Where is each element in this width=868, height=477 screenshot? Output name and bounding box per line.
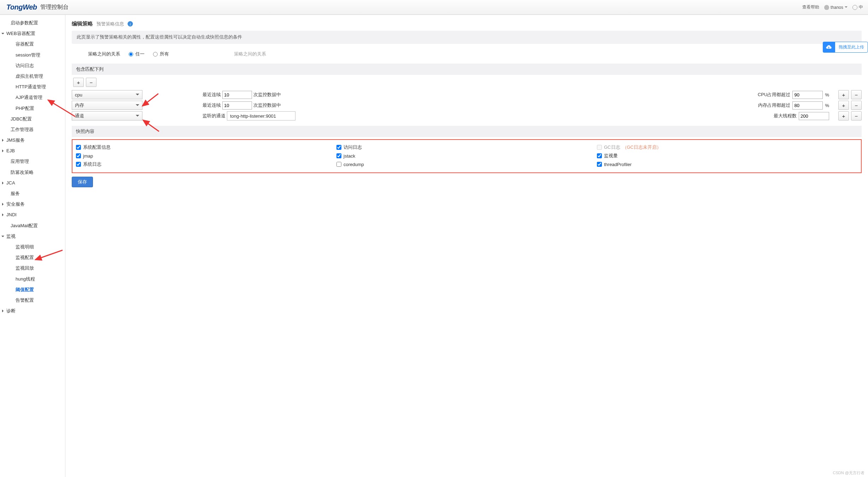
count-input[interactable] xyxy=(222,101,252,110)
sidebar-item[interactable]: 服务 xyxy=(0,188,65,199)
user-menu[interactable]: thanos xyxy=(824,5,848,10)
chevron-down-icon xyxy=(136,115,139,118)
rule-type-select[interactable]: cpu xyxy=(72,90,142,99)
info-icon[interactable]: i xyxy=(128,21,133,26)
sidebar-item[interactable]: WEB容器配置 xyxy=(0,28,65,39)
relation-radio-all[interactable] xyxy=(153,52,158,57)
snapshot-option[interactable]: 监视量 xyxy=(597,153,857,159)
globe-icon xyxy=(852,5,857,10)
upload-label: 拖拽至此上传 xyxy=(835,42,868,53)
remove-button[interactable]: − xyxy=(851,101,862,110)
save-button[interactable]: 保存 xyxy=(72,177,93,187)
sidebar-item[interactable]: 容器配置 xyxy=(0,39,65,49)
add-button[interactable]: + xyxy=(838,90,849,99)
snapshot-checkbox[interactable] xyxy=(597,162,602,167)
sidebar-item[interactable]: JMS服务 xyxy=(0,135,65,146)
sidebar-item[interactable]: 阈值配置 xyxy=(0,284,65,295)
sidebar-item[interactable]: 监视明细 xyxy=(0,242,65,252)
relation-row: 策略之间的关系 任一 所有 策略之间的关系 xyxy=(88,51,868,57)
relation-radio-any[interactable] xyxy=(129,52,133,57)
rule-mid: 最近连续次监控数据中 xyxy=(203,91,281,99)
snapshot-grid: 系统配置信息访问日志GC日志（GC日志未开启）jmapjstack监视量系统日志… xyxy=(72,139,862,173)
snapshot-checkbox[interactable] xyxy=(336,153,341,158)
rule-threshold: 最大线程数+− xyxy=(774,111,862,120)
sidebar-item[interactable]: 防篡改策略 xyxy=(0,167,65,178)
chevron-down-icon xyxy=(136,94,139,97)
sidebar-item[interactable]: 工作管理器 xyxy=(0,124,65,135)
sidebar-item[interactable]: 启动参数配置 xyxy=(0,18,65,28)
snapshot-option: GC日志（GC日志未开启） xyxy=(597,144,857,151)
sidebar-item[interactable]: 应用管理 xyxy=(0,156,65,167)
sidebar-item[interactable]: 访问日志 xyxy=(0,60,65,71)
snapshot-checkbox[interactable] xyxy=(76,145,81,150)
rule-type-select[interactable]: 通道 xyxy=(72,111,142,120)
relation-any[interactable]: 任一 xyxy=(129,51,145,57)
threshold-input[interactable] xyxy=(792,91,823,99)
cloud-upload-icon xyxy=(823,42,835,53)
snapshot-option[interactable]: jmap xyxy=(76,153,336,159)
threshold-input[interactable] xyxy=(792,101,823,110)
sidebar-item[interactable]: JNDI xyxy=(0,210,65,220)
rule-threshold: 内存占用都超过%+− xyxy=(758,101,862,110)
snapshot-checkbox[interactable] xyxy=(597,153,602,158)
remove-rule-button[interactable]: − xyxy=(86,78,96,87)
sidebar-item[interactable]: 监视 xyxy=(0,231,65,242)
snapshot-option[interactable]: 系统日志 xyxy=(76,161,336,167)
snapshot-checkbox[interactable] xyxy=(76,162,81,167)
remove-button[interactable]: − xyxy=(851,90,862,99)
sidebar-item[interactable]: PHP配置 xyxy=(0,103,65,114)
relation-label-ghost: 策略之间的关系 xyxy=(234,51,266,57)
app-header: TongWeb 管理控制台 查看帮助 thanos 中 xyxy=(0,0,868,15)
sidebar-item[interactable]: EJB xyxy=(0,146,65,156)
lang-menu[interactable]: 中 xyxy=(852,4,863,10)
rule-mid: 最近连续次监控数据中 xyxy=(203,101,281,110)
add-button[interactable]: + xyxy=(838,101,849,110)
snapshot-option[interactable]: coredump xyxy=(336,162,597,167)
snapshot-checkbox[interactable] xyxy=(336,145,341,150)
sidebar-item[interactable]: 安全服务 xyxy=(0,199,65,210)
snapshot-option[interactable]: jstack xyxy=(336,153,597,159)
snapshot-checkbox xyxy=(597,145,602,150)
snapshot-checkbox[interactable] xyxy=(76,153,81,158)
relation-label: 策略之间的关系 xyxy=(88,51,120,57)
threshold-input[interactable] xyxy=(799,112,829,120)
remove-button[interactable]: − xyxy=(851,111,862,120)
add-rule-button[interactable]: + xyxy=(73,78,84,87)
rule-mid: 监听的通道tong-http-listener:9001 xyxy=(203,111,295,120)
sidebar-item[interactable]: 监视回放 xyxy=(0,263,65,273)
sidebar-item[interactable]: AJP通道管理 xyxy=(0,92,65,103)
count-input[interactable] xyxy=(222,91,252,99)
watermark: CSDN @无言行者 xyxy=(833,470,864,476)
listener-select[interactable]: tong-http-listener:9001 xyxy=(227,111,295,120)
user-icon xyxy=(824,5,829,10)
lang-label: 中 xyxy=(859,4,863,10)
help-link[interactable]: 查看帮助 xyxy=(802,4,819,10)
snapshot-checkbox[interactable] xyxy=(336,162,341,167)
sidebar-item[interactable]: hung线程 xyxy=(0,274,65,284)
rule-row: 通道监听的通道tong-http-listener:9001最大线程数+− xyxy=(72,111,868,121)
rule-type-select[interactable]: 内存 xyxy=(72,101,142,110)
sidebar-item[interactable]: JavaMail配置 xyxy=(0,220,65,231)
add-button[interactable]: + xyxy=(838,111,849,120)
snapshot-option[interactable]: 系统配置信息 xyxy=(76,144,336,151)
page-subtitle: 预警策略信息 xyxy=(96,21,124,27)
sidebar-item[interactable]: 告警配置 xyxy=(0,295,65,306)
sidebar-item[interactable]: session管理 xyxy=(0,50,65,60)
snapshot-option[interactable]: 访问日志 xyxy=(336,144,597,151)
chevron-down-icon xyxy=(136,104,139,108)
sidebar-item[interactable]: 虚拟主机管理 xyxy=(0,71,65,82)
relation-all[interactable]: 所有 xyxy=(153,51,169,57)
rule-row: cpu最近连续次监控数据中CPU占用都超过%+− xyxy=(72,90,868,100)
section-snapshot-header: 快照内容 xyxy=(72,126,862,137)
user-name: thanos xyxy=(831,5,843,10)
rule-buttons: + − xyxy=(73,78,868,87)
page-title: 编辑策略 xyxy=(72,20,93,27)
upload-widget[interactable]: 拖拽至此上传 xyxy=(823,42,868,53)
sidebar-item[interactable]: JCA xyxy=(0,178,65,188)
snapshot-option[interactable]: threadProfiler xyxy=(597,162,857,167)
sidebar-item[interactable]: 监视配置 xyxy=(0,252,65,263)
sidebar-item[interactable]: JDBC配置 xyxy=(0,114,65,124)
rule-row: 内存最近连续次监控数据中内存占用都超过%+− xyxy=(72,100,868,110)
sidebar-item[interactable]: HTTP通道管理 xyxy=(0,82,65,92)
sidebar-item[interactable]: 诊断 xyxy=(0,306,65,316)
